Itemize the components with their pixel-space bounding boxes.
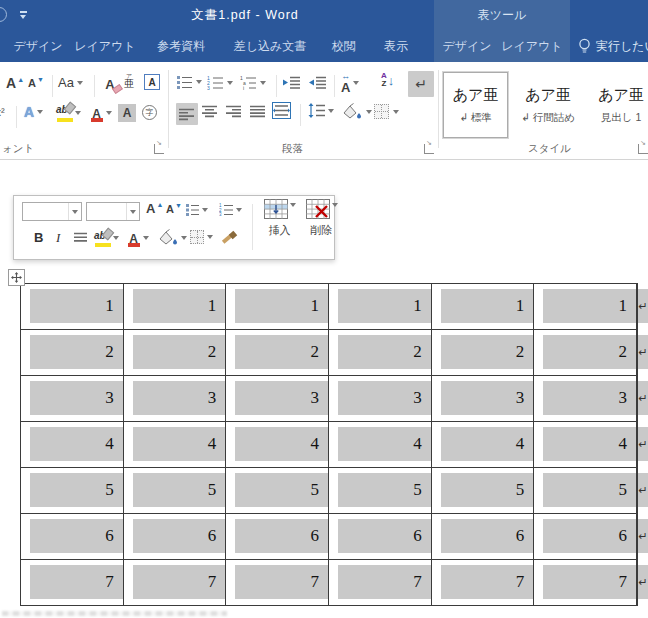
table-cell[interactable]: 1 <box>534 284 637 329</box>
table-cell[interactable]: 6 <box>432 514 535 559</box>
tab-table-layout[interactable]: レイアウト <box>498 30 566 62</box>
table-row[interactable]: 222222↵ <box>21 330 637 376</box>
table-cell[interactable]: 1 <box>432 284 535 329</box>
text-effects-button[interactable]: A <box>24 104 43 120</box>
bullets-button[interactable] <box>177 75 202 89</box>
table-cell[interactable]: 2 <box>534 330 637 375</box>
quick-access-customize-icon[interactable] <box>19 11 28 20</box>
phonetic-guide-icon[interactable]: ア亜 <box>124 73 134 89</box>
mini-borders-button[interactable] <box>190 230 213 244</box>
font-name-combo[interactable] <box>22 202 82 221</box>
table-cell[interactable]: 5 <box>21 468 124 513</box>
table-cell[interactable]: 2 <box>21 330 124 375</box>
table-cell[interactable]: 3 <box>534 376 637 421</box>
table-cell[interactable]: 4 <box>534 422 637 467</box>
table-cell[interactable]: 3 <box>329 376 432 421</box>
style-no-spacing[interactable]: あア亜 ↲ 行間詰め <box>514 72 582 138</box>
align-left-button[interactable] <box>176 103 198 125</box>
mini-bold-button[interactable]: B <box>34 230 43 245</box>
table-cell[interactable]: 5 <box>432 468 535 513</box>
table-cell[interactable]: 6 <box>226 514 329 559</box>
table-cell[interactable]: 4 <box>432 422 535 467</box>
table-cell[interactable]: 5 <box>124 468 227 513</box>
show-formatting-marks-toggle[interactable]: ↵ <box>408 71 434 97</box>
document-area[interactable]: A▲ A▼ 123 <box>0 160 648 618</box>
justify-button[interactable] <box>250 105 266 118</box>
character-border-icon[interactable]: A <box>144 74 160 90</box>
decrease-indent-button[interactable] <box>282 76 301 89</box>
table-move-handle[interactable] <box>8 269 25 286</box>
table-row[interactable]: 444444↵ <box>21 422 637 468</box>
table-row[interactable]: 666666↵ <box>21 514 637 560</box>
table-cell[interactable]: 4 <box>226 422 329 467</box>
table-row[interactable]: 333333↵ <box>21 376 637 422</box>
mini-grow-font-button[interactable]: A▲ <box>146 201 163 216</box>
table-cell[interactable]: 1 <box>226 284 329 329</box>
table-cell[interactable]: 6 <box>124 514 227 559</box>
mini-bullets-button[interactable] <box>186 203 208 216</box>
table-cell[interactable]: 7 <box>432 560 535 605</box>
mini-font-color-button[interactable]: A <box>127 229 149 247</box>
tab-mailings[interactable]: 差し込み文書 <box>222 30 318 62</box>
shrink-font-button[interactable]: A▼ <box>28 77 44 89</box>
distribute-button[interactable] <box>272 102 291 119</box>
table-cell[interactable]: 5 <box>534 468 637 513</box>
mini-numbering-button[interactable]: 123 <box>219 203 242 216</box>
table-cell[interactable]: 4 <box>21 422 124 467</box>
font-color-button[interactable]: A <box>90 104 112 122</box>
highlight-color-button[interactable]: ab <box>56 104 81 122</box>
mini-italic-button[interactable]: I <box>56 230 60 246</box>
mini-shading-button[interactable] <box>156 229 187 246</box>
tab-layout[interactable]: レイアウト <box>72 30 138 62</box>
table-cell[interactable]: 6 <box>534 514 637 559</box>
asian-layout-button[interactable]: ↔ A <box>341 72 359 94</box>
table-cell[interactable]: 3 <box>432 376 535 421</box>
tab-table-design[interactable]: デザイン <box>436 30 498 62</box>
table-cell[interactable]: 4 <box>329 422 432 467</box>
character-shading-icon[interactable]: A <box>118 104 136 122</box>
align-right-button[interactable] <box>226 105 242 118</box>
superscript-icon-partial[interactable]: x² <box>0 106 7 118</box>
sort-button[interactable]: A Z ↓ <box>381 72 394 88</box>
table-cell[interactable]: 1 <box>329 284 432 329</box>
table-row[interactable]: 555555↵ <box>21 468 637 514</box>
style-normal[interactable]: あア亜 ↲ 標準 <box>443 72 508 138</box>
mini-shrink-font-button[interactable]: A▼ <box>166 203 182 215</box>
table-cell[interactable]: 7 <box>329 560 432 605</box>
table-cell[interactable]: 7 <box>124 560 227 605</box>
borders-button[interactable] <box>374 104 399 119</box>
tab-references[interactable]: 参考資料 <box>144 30 218 62</box>
table-cell[interactable]: 6 <box>329 514 432 559</box>
table-cell[interactable]: 7 <box>226 560 329 605</box>
multilevel-list-button[interactable]: 1ai <box>240 75 266 90</box>
tab-design[interactable]: デザイン <box>8 30 68 62</box>
enclose-characters-icon[interactable]: 字 <box>142 105 157 120</box>
doc-table[interactable]: 111111↵222222↵333333↵444444↵555555↵66666… <box>20 283 638 606</box>
increase-indent-button[interactable] <box>308 76 327 89</box>
quick-access-icon-partial[interactable] <box>0 7 7 22</box>
table-cell[interactable]: 1 <box>21 284 124 329</box>
mini-highlight-button[interactable]: ab <box>94 229 119 247</box>
table-row[interactable]: 777777↵ <box>21 560 637 606</box>
align-center-button[interactable] <box>202 105 218 118</box>
table-cell[interactable]: 4 <box>124 422 227 467</box>
table-cell[interactable]: 3 <box>124 376 227 421</box>
mini-distribute-button[interactable] <box>74 232 88 243</box>
mini-format-painter-button[interactable] <box>222 229 242 247</box>
table-cell[interactable]: 2 <box>329 330 432 375</box>
table-insert-button[interactable]: 挿入 <box>259 199 300 256</box>
shading-button[interactable] <box>340 103 372 120</box>
table-cell[interactable]: 2 <box>432 330 535 375</box>
numbering-button[interactable]: 123 <box>207 75 233 90</box>
tab-view[interactable]: 表示 <box>370 30 422 62</box>
clear-formatting-icon[interactable]: A <box>100 74 120 94</box>
paragraph-dialog-launcher[interactable] <box>424 144 434 154</box>
table-cell[interactable]: 2 <box>124 330 227 375</box>
table-cell[interactable]: 3 <box>226 376 329 421</box>
table-row[interactable]: 111111↵ <box>21 284 637 330</box>
table-cell[interactable]: 7 <box>21 560 124 605</box>
line-spacing-button[interactable] <box>308 103 334 118</box>
styles-dialog-launcher[interactable] <box>638 144 648 154</box>
table-cell[interactable]: 3 <box>21 376 124 421</box>
table-cell[interactable]: 5 <box>226 468 329 513</box>
